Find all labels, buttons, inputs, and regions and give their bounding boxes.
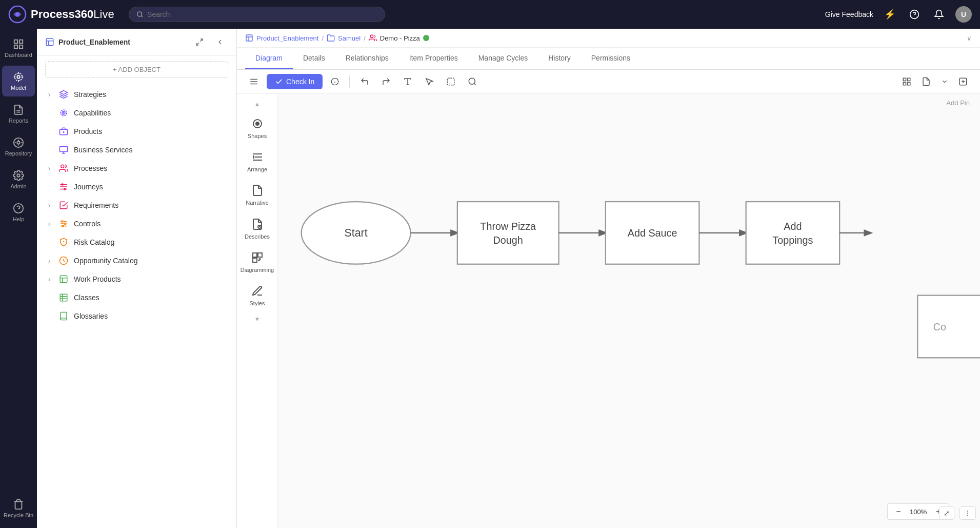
svg-point-55	[469, 78, 475, 84]
tree-item-opportunity-catalog[interactable]: › Opportunity Catalog	[37, 251, 236, 270]
tree-title: Product_Enablement	[45, 37, 130, 47]
tree-item-business-services[interactable]: › Business Services	[37, 141, 236, 159]
breadcrumb-sep-2: /	[364, 34, 366, 42]
svg-point-35	[62, 225, 64, 227]
tree-item-label-risk-catalog: Risk Catalog	[74, 238, 228, 246]
plus-square-icon	[958, 77, 968, 86]
tree-item-label-journeys: Journeys	[74, 183, 228, 191]
dropdown-view-button[interactable]	[937, 75, 952, 88]
strategies-icon	[58, 89, 69, 100]
tree-item-work-products[interactable]: › Work Products	[37, 270, 236, 288]
tab-relationships[interactable]: Relationships	[335, 48, 399, 69]
give-feedback-button[interactable]: Give Feedback	[825, 10, 873, 18]
tree-item-glossaries[interactable]: › Glossaries	[37, 307, 236, 325]
recycle-bin-icon	[13, 499, 24, 510]
search-input[interactable]	[147, 10, 377, 18]
avatar[interactable]: U	[955, 6, 972, 23]
sidebar-item-dashboard[interactable]: Dashboard	[2, 33, 35, 64]
svg-text:Throw Pizza: Throw Pizza	[480, 221, 536, 232]
sidebar-item-recycle-bin[interactable]: Recycle Bin	[2, 493, 35, 524]
palette-item-describes[interactable]: Describes	[239, 213, 276, 244]
admin-icon	[13, 170, 24, 181]
tab-permissions[interactable]: Permissions	[581, 48, 641, 69]
palette-item-shapes[interactable]: Shapes	[239, 112, 276, 144]
info-button[interactable]	[327, 74, 343, 89]
palette-item-diagramming[interactable]: Diagramming	[239, 246, 276, 278]
svg-point-2	[137, 12, 142, 16]
sidebar-item-model[interactable]: Model	[2, 66, 35, 96]
bell-icon-button[interactable]	[931, 6, 947, 23]
tab-details[interactable]: Details	[293, 48, 335, 69]
tab-diagram[interactable]: Diagram	[245, 48, 293, 69]
select-tool-button[interactable]	[442, 74, 459, 89]
breadcrumb-product-enablement[interactable]: Product_Enablement	[256, 34, 318, 42]
svg-rect-89	[917, 296, 980, 358]
svg-text:Toppings: Toppings	[772, 234, 813, 246]
breadcrumb-collapse-button[interactable]: ∨	[967, 34, 972, 42]
zoom-fit-button[interactable]: ⤢	[939, 506, 954, 520]
cursor-tool-button[interactable]	[421, 74, 438, 89]
logo-area: Process360Live	[8, 5, 114, 24]
add-object-button[interactable]: + ADD OBJECT	[45, 61, 228, 78]
help-icon	[13, 203, 24, 214]
select-icon	[446, 77, 455, 86]
top-nav: Process360Live Give Feedback ⚡ U	[0, 0, 980, 29]
svg-rect-6	[19, 45, 23, 48]
chevron-left-icon	[216, 38, 224, 46]
document-icon	[922, 77, 931, 86]
help-icon-button[interactable]	[906, 6, 923, 23]
sidebar-item-admin[interactable]: Admin	[2, 164, 35, 195]
sidebar-item-repository[interactable]: Repository	[2, 131, 35, 162]
collapse-panel-button[interactable]	[212, 35, 228, 49]
text-icon	[403, 77, 412, 86]
palette-item-narrative[interactable]: Narrative	[239, 179, 276, 210]
canvas-area[interactable]: Add Pin Start Throw Pizza Dough	[278, 94, 980, 528]
zoom-out-button[interactable]: −	[893, 506, 904, 517]
svg-rect-4	[14, 40, 17, 43]
tab-item-properties[interactable]: Item Properties	[399, 48, 468, 69]
palette-item-styles[interactable]: Styles	[239, 280, 276, 311]
palette-scroll-down[interactable]: ▼	[251, 313, 264, 325]
undo-button[interactable]	[356, 74, 373, 89]
breadcrumb-demo-pizza: Demo - Pizza	[380, 34, 429, 42]
text-tool-button[interactable]	[399, 74, 416, 89]
search-bar[interactable]	[129, 7, 385, 22]
expand-icon-button[interactable]	[191, 35, 208, 49]
tree-item-classes[interactable]: › Classes	[37, 288, 236, 307]
zoom-more-button[interactable]: ⋮	[959, 506, 976, 520]
redo-button[interactable]	[377, 74, 395, 89]
palette-item-arrange[interactable]: Arrange	[239, 146, 276, 177]
svg-rect-78	[457, 202, 559, 264]
tree-item-products[interactable]: › Products	[37, 122, 236, 141]
tab-history[interactable]: History	[538, 48, 581, 69]
svg-text:Start: Start	[345, 227, 368, 239]
tab-manage-cycles[interactable]: Manage Cycles	[468, 48, 538, 69]
tree-item-capabilities[interactable]: › Capabilities	[37, 104, 236, 122]
grid-view-button[interactable]	[898, 74, 915, 89]
palette-label-diagramming: Diagramming	[241, 267, 274, 273]
tree-item-strategies[interactable]: › Strategies	[37, 85, 236, 104]
narrative-icon	[250, 183, 265, 198]
palette-scroll-up[interactable]: ▲	[251, 98, 264, 110]
document-view-button[interactable]	[917, 74, 935, 89]
tree-item-label-strategies: Strategies	[74, 90, 228, 99]
tree-item-controls[interactable]: › Controls	[37, 214, 236, 233]
tree-item-requirements[interactable]: › Requirements	[37, 196, 236, 214]
tree-item-journeys[interactable]: › Journeys	[37, 178, 236, 196]
reports-icon	[13, 104, 24, 115]
hamburger-menu-button[interactable]	[245, 74, 263, 89]
breadcrumb-samuel[interactable]: Samuel	[338, 34, 361, 42]
lightning-icon-button[interactable]: ⚡	[882, 6, 898, 23]
shapes-icon	[250, 116, 265, 131]
bell-icon	[934, 9, 944, 19]
sidebar-label-admin: Admin	[10, 183, 26, 189]
tree-item-risk-catalog[interactable]: › Risk Catalog	[37, 233, 236, 251]
tree-header-icons	[191, 35, 228, 49]
check-in-button[interactable]: Check In	[267, 74, 323, 89]
tree-item-label-products: Products	[74, 127, 228, 135]
tree-item-processes[interactable]: › Processes	[37, 159, 236, 178]
sidebar-item-help[interactable]: Help	[2, 197, 35, 228]
sidebar-item-reports[interactable]: Reports	[2, 99, 35, 129]
add-view-button[interactable]	[954, 74, 972, 89]
search-diagram-button[interactable]	[464, 74, 481, 89]
